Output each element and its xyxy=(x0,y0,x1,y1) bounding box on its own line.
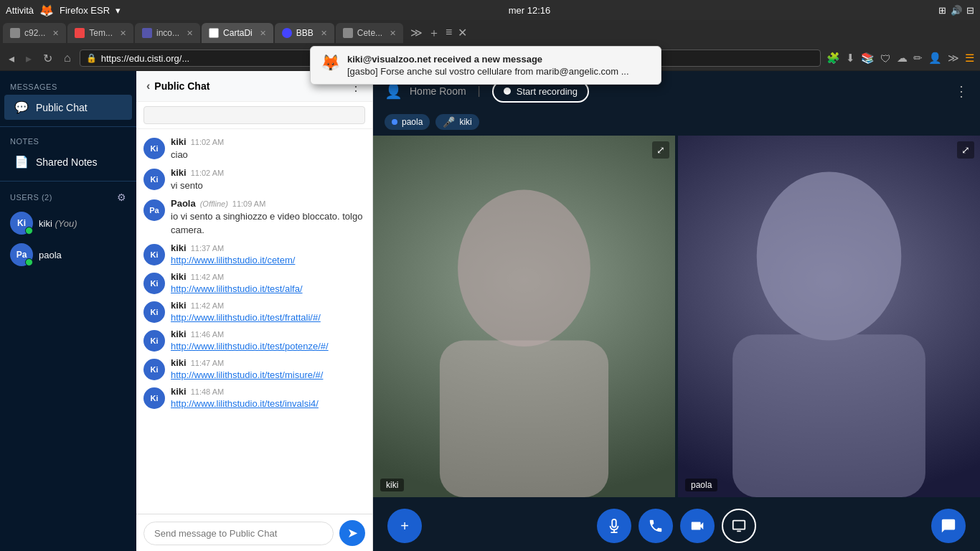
tab-label-bbb: BBB xyxy=(296,28,314,38)
video-feed-kiki xyxy=(373,136,675,497)
msg-avatar-4: Ki xyxy=(143,244,165,265)
shield-icon[interactable]: 🛡 xyxy=(880,52,891,65)
back-btn[interactable]: ◂ xyxy=(6,50,17,67)
tab-close-bbb[interactable]: ✕ xyxy=(321,29,327,38)
tab-label-cete: Cete... xyxy=(357,28,382,38)
msg-sender-7: kiki xyxy=(171,329,187,339)
phone-button[interactable] xyxy=(639,509,673,543)
camera-button[interactable] xyxy=(680,509,715,543)
tab-list-btn[interactable]: ≡ xyxy=(444,24,453,42)
chat-search-bar xyxy=(136,102,372,129)
activities-label[interactable]: Attività xyxy=(6,5,34,16)
tab-close-c92[interactable]: ✕ xyxy=(52,29,59,38)
account-icon[interactable]: 👤 xyxy=(928,52,942,65)
msg-link-5[interactable]: http://www.lilithstudio.it/test/alfa/ xyxy=(171,283,365,294)
tab-cartadi[interactable]: CartaDi ✕ xyxy=(202,23,273,43)
user-item-kiki[interactable]: Ki kiki (You) xyxy=(0,207,136,239)
chat-icon xyxy=(941,518,956,534)
video-feed-paola xyxy=(678,136,980,497)
tab-tem[interactable]: Tem... ✕ xyxy=(67,23,133,43)
tab-inco[interactable]: inco... ✕ xyxy=(135,23,200,43)
back-arrow-icon[interactable]: ‹ xyxy=(146,80,150,93)
msg-link-4[interactable]: http://www.lilithstudio.it/cetem/ xyxy=(171,255,365,265)
tray-grid-icon[interactable]: ⊞ xyxy=(938,5,946,16)
new-tab-btn[interactable]: ＋ xyxy=(427,24,441,42)
chat-msg-5: Ki kiki 11:42 AM http://www.lilithstudio… xyxy=(136,268,372,297)
chat-msg-4: Ki kiki 11:37 AM http://www.lilithstudio… xyxy=(136,240,372,268)
toolbar-icons: 🧩 ⬇ 📚 🛡 ☁ ✏ 👤 ≫ ☰ xyxy=(826,52,974,65)
download-icon[interactable]: ⬇ xyxy=(846,52,855,65)
tab-close-cartadi[interactable]: ✕ xyxy=(260,29,266,38)
video-expand-kiki[interactable]: ⤢ xyxy=(652,141,669,159)
start-recording-label: Start recording xyxy=(517,86,578,97)
msg-meta-9: kiki 11:48 AM xyxy=(171,386,365,397)
msg-link-6[interactable]: http://www.lilithstudio.it/test/frattali… xyxy=(171,312,365,323)
msg-body-1: kiki 11:02 AM ciao xyxy=(171,136,365,161)
sidebar-item-shared-notes[interactable]: 📄 Shared Notes xyxy=(4,149,132,174)
firefox-label[interactable]: Firefox ESR xyxy=(60,5,110,16)
avatar-badge-paola xyxy=(25,258,33,266)
chat-message-input[interactable] xyxy=(143,522,334,545)
msg-link-8[interactable]: http://www.lilithstudio.it/test/misure/#… xyxy=(171,369,365,380)
tray-audio-icon[interactable]: 🔊 xyxy=(951,5,962,16)
msg-link-9[interactable]: http://www.lilithstudio.it/test/invalsi4… xyxy=(171,398,365,409)
msg-meta-8: kiki 11:47 AM xyxy=(171,357,365,368)
msg-link-7[interactable]: http://www.lilithstudio.it/test/potenze/… xyxy=(171,341,365,352)
sidebar-item-public-chat[interactable]: 💬 Public Chat xyxy=(4,95,132,120)
msg-avatar-3: Pa xyxy=(143,199,165,221)
sync-icon[interactable]: ☁ xyxy=(897,52,908,65)
video-area: 👤 Home Room | Start recording ⋮ paola 🎤 … xyxy=(373,71,980,551)
tab-close-inco[interactable]: ✕ xyxy=(187,29,193,38)
url-text: https://edu.cisti.org/... xyxy=(101,53,190,64)
msg-time-4: 11:37 AM xyxy=(191,244,224,253)
chat-toggle-button[interactable] xyxy=(931,509,966,543)
forward-btn[interactable]: ▸ xyxy=(23,50,34,67)
menu-icon[interactable]: ☰ xyxy=(965,52,974,65)
tab-bbb[interactable]: BBB ✕ xyxy=(275,23,334,43)
tab-c92[interactable]: c92... ✕ xyxy=(3,23,66,43)
chat-msg-8: Ki kiki 11:47 AM http://www.lilithstudio… xyxy=(136,354,372,383)
user-name-paola: paola xyxy=(39,250,62,260)
send-message-button[interactable]: ➤ xyxy=(339,520,365,546)
user-item-paola[interactable]: Pa paola xyxy=(0,239,136,270)
badge-mic-kiki: 🎤 xyxy=(443,116,455,128)
msg-time-8: 11:47 AM xyxy=(191,359,224,367)
tab-label-c92: c92... xyxy=(24,28,45,38)
microphone-button[interactable] xyxy=(597,509,631,543)
tray-battery-icon[interactable]: ⊟ xyxy=(966,5,974,16)
video-svg-kiki xyxy=(373,136,675,497)
tab-close-cete[interactable]: ✕ xyxy=(390,29,396,38)
tab-favicon-inco xyxy=(142,28,152,38)
tab-favicon-cartadi xyxy=(209,28,219,38)
chat-search-input[interactable] xyxy=(143,106,365,124)
user-silhouette-icon: 👤 xyxy=(385,83,402,100)
bookmarks-icon[interactable]: 📚 xyxy=(861,52,875,65)
refresh-btn[interactable]: ↻ xyxy=(40,50,55,67)
extensions-icon[interactable]: 🧩 xyxy=(826,52,840,65)
avatar-badge-kiki xyxy=(25,227,33,235)
home-btn[interactable]: ⌂ xyxy=(61,50,74,66)
more-tabs-btn[interactable]: ≫ xyxy=(409,24,424,42)
tab-close-tem[interactable]: ✕ xyxy=(120,29,126,38)
close-browser-btn[interactable]: ✕ xyxy=(456,24,468,42)
msg-meta-7: kiki 11:46 AM xyxy=(171,329,365,339)
tab-controls: ≫ ＋ ≡ ✕ xyxy=(409,24,468,42)
badge-dot-paola xyxy=(392,119,397,125)
pen-icon[interactable]: ✏ xyxy=(913,52,923,65)
add-action-button[interactable]: + xyxy=(387,509,422,543)
video-options-menu-icon[interactable]: ⋮ xyxy=(954,83,969,100)
chat-msg-1: Ki kiki 11:02 AM ciao xyxy=(136,133,372,164)
messages-section-label: MESSAGES xyxy=(0,78,136,94)
dropdown-arrow[interactable]: ▾ xyxy=(116,5,121,16)
msg-time-3: 11:09 AM xyxy=(232,199,265,208)
video-expand-paola[interactable]: ⤢ xyxy=(957,141,974,159)
tab-cete[interactable]: Cete... ✕ xyxy=(336,23,403,43)
bottom-controls: + xyxy=(373,500,980,551)
msg-meta-6: kiki 11:42 AM xyxy=(171,300,365,311)
gear-icon[interactable]: ⚙ xyxy=(117,192,126,203)
more-tools-icon[interactable]: ≫ xyxy=(948,52,959,65)
users-section-label: USERS (2) xyxy=(10,193,52,202)
avatar-kiki: Ki xyxy=(10,212,33,235)
screen-share-button[interactable] xyxy=(722,509,756,543)
tab-label-cartadi: CartaDi xyxy=(223,28,253,38)
